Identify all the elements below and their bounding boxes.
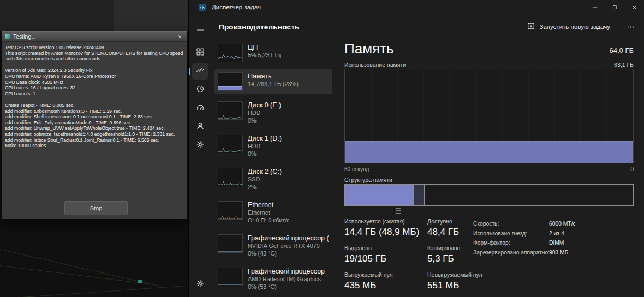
- console-line: add modifier: turbosmooth iterations:3 -…: [5, 108, 184, 114]
- detail-label: Скорость:: [473, 219, 549, 229]
- rail-item-menu[interactable]: [192, 23, 208, 39]
- rail-item-processes[interactable]: [192, 45, 208, 61]
- sidebar-item-disk2[interactable]: Диск 2 (C:)SSD2%: [214, 165, 332, 194]
- sidebar-item-text: ЦП5% 5,23 ГГц: [248, 44, 329, 59]
- detail-label: Использовано гнезд:: [473, 229, 549, 239]
- disk2-thumbnail: [218, 168, 243, 186]
- memory-thumbnail: [218, 72, 243, 91]
- detail-hw-reserved: Зарезервировано аппаратно:903 МБ: [473, 248, 633, 258]
- maximize-button[interactable]: [605, 0, 624, 14]
- sidebar-item-disk0[interactable]: Диск 0 (E:)HDD0%: [214, 98, 332, 128]
- sidebar-item-title: ЦП: [248, 44, 329, 52]
- page-header: Производительность Запустить новую задач…: [219, 19, 637, 35]
- console-line: add modifier: Edit_Poly animationMode:0 …: [5, 120, 184, 126]
- testing-dialog-title: Testing...: [13, 33, 172, 40]
- sidebar-item-sub: 14,7/63,1 ГБ (23%): [248, 81, 329, 88]
- console-line: CPU cores: 16 / Logical cores: 32: [5, 85, 184, 91]
- page-title: Производительность: [219, 23, 300, 31]
- close-button[interactable]: [624, 0, 644, 14]
- sidebar-item-sub: SSD: [248, 176, 329, 184]
- sidebar-item-gpu1[interactable]: Графический процессорAMD Radeon(TM) Grap…: [214, 264, 332, 294]
- memory-panel: Память 64,0 ГБ Использование памяти 63,1…: [344, 36, 634, 297]
- console-line: CPU name: AMD Ryzen 9 7950X 16-Core Proc…: [5, 74, 184, 80]
- processes-icon: [196, 47, 205, 58]
- sidebar-item-cpu[interactable]: ЦП5% 5,23 ГГц: [214, 40, 332, 65]
- usage-label-row: Использование памяти 63,1 ГБ: [344, 62, 634, 68]
- memory-usage-graph: [344, 70, 634, 163]
- task-manager-titlebar[interactable]: Диспетчер задач: [189, 0, 644, 14]
- sidebar-item-title: Память: [248, 72, 329, 81]
- cpu-thumbnail: [218, 44, 243, 62]
- caption-buttons: [585, 0, 644, 14]
- console-line: CPU Base clock: 4501 MHz: [5, 80, 184, 86]
- detail-slots-used: Использовано гнезд:2 из 4: [473, 229, 633, 239]
- viewport-grid-line: [22, 286, 188, 297]
- console-line: add modifier: lattice Strut_Radius:0.1 J…: [5, 137, 184, 143]
- console-line: add modifier: optimize facethreshold1:4.…: [5, 131, 184, 137]
- console-line: CPU counts: 1: [5, 91, 184, 97]
- sidebar-item-sub: 0% (43 °C): [248, 250, 329, 258]
- minimize-button[interactable]: [585, 0, 605, 14]
- settings-button[interactable]: [192, 276, 208, 293]
- run-new-task-button[interactable]: Запустить новую задачу: [522, 20, 616, 34]
- graph-time-axis: 60 секунд 0: [344, 166, 634, 172]
- gear-icon: [196, 279, 205, 290]
- rail-item-performance[interactable]: [192, 63, 208, 80]
- memory-scale-max: 63,1 ГБ: [614, 62, 634, 68]
- performance-sidebar: ЦП5% 5,23 ГГцПамять14,7/63,1 ГБ (23%)Дис…: [212, 36, 335, 297]
- sidebar-item-text: Графический процессорAMD Radeon(TM) Grap…: [248, 268, 329, 290]
- memory-total-capacity: 64,0 ГБ: [610, 46, 634, 57]
- sidebar-item-sub: 5% 5,23 ГГц: [248, 52, 329, 59]
- detail-value: 6000 МТ/с: [549, 219, 576, 229]
- rail-item-services[interactable]: [192, 137, 208, 154]
- memory-details-list: Скорость:6000 МТ/сИспользовано гнезд:2 и…: [473, 219, 633, 257]
- viewport-grid-line: [0, 265, 152, 284]
- disk0-thumbnail: [218, 101, 243, 120]
- testing-script-dialog: Testing... Test CPU script version 1.05 …: [2, 31, 187, 219]
- sidebar-item-disk1[interactable]: Диск 1 (D:)HDD0%: [214, 131, 332, 161]
- sidebar-item-memory[interactable]: Память14,7/63,1 ГБ (23%): [214, 69, 332, 94]
- sidebar-item-title: Диск 0 (E:): [248, 101, 329, 110]
- sidebar-item-sub: 2%: [248, 184, 329, 191]
- rail-item-users[interactable]: [192, 119, 208, 135]
- stop-button[interactable]: Stop: [64, 201, 128, 215]
- stat-value: 14,4 ГБ (48,9 МБ): [344, 227, 427, 238]
- startup-icon: [196, 103, 205, 114]
- sidebar-item-title: Ethernet: [248, 201, 329, 209]
- detail-value: 903 МБ: [549, 248, 568, 258]
- sidebar-item-text: Память14,7/63,1 ГБ (23%): [248, 72, 329, 88]
- disk1-thumbnail: [218, 135, 243, 153]
- more-options-button[interactable]: [623, 20, 637, 33]
- gpu0-thumbnail: [218, 234, 243, 253]
- viewport-grid-line: [0, 249, 159, 286]
- memory-composition-bar: [344, 184, 634, 206]
- detail-value: DIMM: [549, 238, 564, 248]
- sidebar-item-sub: NVIDIA GeForce RTX 4070: [248, 243, 329, 250]
- stat-label: Выгружаемый пул: [344, 271, 427, 278]
- console-line: Version of 3ds Max: 2024.2.3 Security Fi…: [5, 68, 184, 74]
- detail-label: Зарезервировано аппаратно:: [473, 248, 549, 258]
- testing-dialog-titlebar[interactable]: Testing...: [2, 32, 187, 42]
- sidebar-item-text: Графический процессор (NVIDIA GeForce RT…: [248, 234, 329, 257]
- sidebar-item-gpu0[interactable]: Графический процессор (NVIDIA GeForce RT…: [214, 231, 332, 260]
- navigation-rail: [189, 20, 212, 297]
- memory-panel-header: Память 64,0 ГБ: [344, 40, 634, 57]
- console-line: This script created by Anton Morozov for…: [5, 51, 184, 57]
- stat-label: Используется (сжатая): [344, 218, 427, 225]
- detail-form-factor: Форм-фактор:DIMM: [473, 238, 633, 248]
- viewport-object: [138, 280, 142, 283]
- stat-label: Выделено: [344, 245, 427, 251]
- stat-value: 551 МБ: [427, 280, 504, 291]
- viewport-axis-line: [114, 216, 114, 297]
- console-line: add modifier: Unwrap_UVW setApplyToWhole…: [5, 125, 184, 131]
- rail-item-app-history[interactable]: [192, 82, 208, 98]
- time-span-label: 60 секунд: [344, 166, 369, 172]
- sidebar-item-text: Диск 0 (E:)HDD0%: [248, 101, 329, 124]
- console-line: add modifier: Shell inneramount:0.1 oute…: [5, 114, 184, 120]
- close-icon[interactable]: [175, 33, 184, 41]
- sidebar-item-title: Графический процессор (: [248, 234, 329, 243]
- rail-item-startup-apps[interactable]: [192, 100, 208, 117]
- sidebar-item-ethernet[interactable]: EthernetEthernetО: 0 П: 0 кбит/с: [214, 198, 332, 227]
- detail-value: 2 из 4: [549, 229, 564, 239]
- stat-paged-pool: Выгружаемый пул435 МБ: [344, 271, 427, 291]
